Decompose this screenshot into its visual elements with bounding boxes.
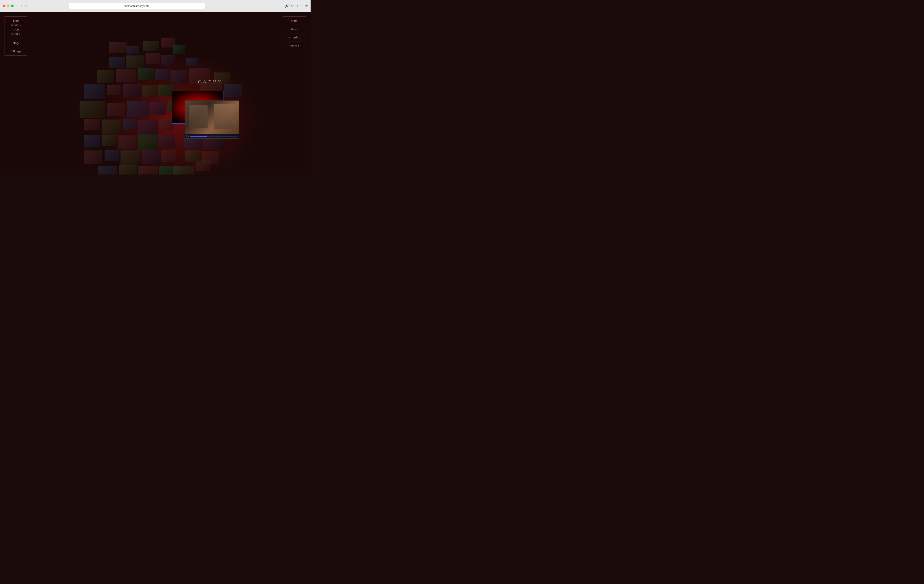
featured-video-main[interactable]: 0:35: [185, 100, 239, 138]
progress-track[interactable]: [190, 136, 238, 137]
video-thumbnail[interactable]: [123, 118, 137, 130]
forward-button[interactable]: ›: [20, 3, 23, 8]
video-thumbnail[interactable]: [170, 70, 188, 83]
video-thumbnail[interactable]: [109, 42, 127, 53]
video-thumbnail[interactable]: [118, 135, 137, 149]
video-thumbnail[interactable]: [126, 56, 144, 68]
video-thumbnail[interactable]: [162, 150, 176, 162]
video-thumbnail[interactable]: [145, 53, 160, 64]
video-thumbnail[interactable]: [107, 103, 125, 116]
video-thumbnail[interactable]: [224, 84, 242, 97]
video-thumbnail[interactable]: [102, 135, 117, 146]
sound-button[interactable]: 🔊: [284, 3, 289, 8]
video-thumbnail[interactable]: [84, 135, 101, 148]
video-thumbnail[interactable]: [137, 68, 153, 80]
video-thumbnail[interactable]: [120, 150, 140, 165]
back-button[interactable]: ‹: [15, 3, 18, 8]
main-content: THE MODU LAR BODY story full page mute s…: [0, 12, 310, 174]
video-progress-bar: 0:35: [185, 134, 239, 138]
address-bar[interactable]: themodularbody.com: [69, 3, 205, 9]
video-thumbnail[interactable]: [127, 46, 139, 54]
video-thumbnail[interactable]: [162, 55, 175, 65]
video-thumbnail[interactable]: [107, 85, 120, 95]
video-thumbnail[interactable]: [143, 41, 159, 51]
video-time: 0:35: [186, 135, 190, 137]
video-thumbnail[interactable]: [84, 150, 102, 164]
progress-fill: [190, 136, 207, 137]
video-thumbnail[interactable]: [109, 57, 125, 68]
video-thumbnail[interactable]: [98, 166, 117, 174]
video-thumbnail[interactable]: [137, 135, 158, 150]
video-thumbnail[interactable]: [84, 84, 105, 99]
browser-chrome: ‹ › ⊞ themodularbody.com 🔊 ↻ ⬆ ⊞ +: [0, 0, 310, 12]
video-thumbnail[interactable]: [159, 135, 175, 147]
video-thumbnail[interactable]: [119, 165, 137, 174]
video-thumbnail[interactable]: [123, 84, 141, 97]
video-thumbnail[interactable]: [150, 102, 167, 115]
browser-refresh-button[interactable]: ↻: [291, 3, 294, 8]
video-thumbnail[interactable]: [155, 69, 169, 80]
video-thumbnail[interactable]: [116, 69, 136, 82]
video-thumbnail[interactable]: [79, 101, 105, 118]
video-constellation: [0, 24, 310, 174]
video-thumbnail[interactable]: [137, 120, 158, 135]
video-thumbnail[interactable]: [173, 45, 185, 54]
tab-icon-button[interactable]: ⊞: [25, 3, 28, 8]
video-thumbnail[interactable]: [84, 118, 100, 130]
video-thumbnail[interactable]: [102, 120, 121, 133]
video-thumbnail[interactable]: [186, 58, 198, 66]
video-thumbnail[interactable]: [202, 151, 219, 164]
close-button[interactable]: [3, 5, 5, 7]
video-thumbnail[interactable]: [127, 101, 149, 117]
video-thumbnail[interactable]: [97, 70, 114, 83]
copy-button[interactable]: ⊞: [300, 3, 303, 8]
share-browser-button[interactable]: ⬆: [295, 3, 299, 8]
video-thumbnail[interactable]: [138, 166, 158, 174]
traffic-lights: [3, 5, 14, 7]
video-thumbnail[interactable]: [185, 150, 201, 162]
video-thumbnail[interactable]: [173, 166, 195, 174]
fullscreen-button[interactable]: [11, 5, 14, 7]
video-thumbnail[interactable]: [105, 150, 119, 161]
new-tab-button[interactable]: +: [305, 3, 308, 8]
cathy-label: CATHY: [198, 79, 222, 85]
video-thumbnail[interactable]: [142, 150, 160, 164]
minimize-button[interactable]: [7, 5, 10, 7]
video-thumbnail[interactable]: [142, 86, 157, 97]
logo-text: THE: [13, 20, 19, 23]
